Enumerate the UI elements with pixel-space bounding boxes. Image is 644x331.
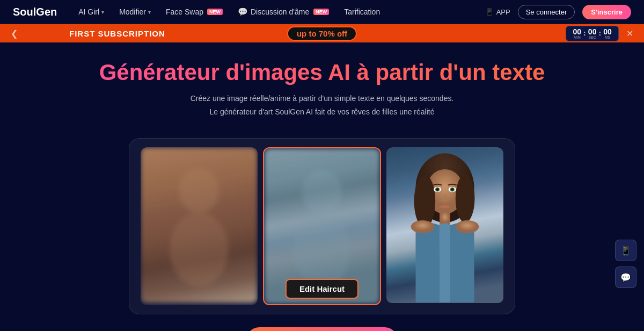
svg-point-2 [302,170,342,214]
float-chat-button[interactable]: 💬 [615,267,636,288]
svg-point-0 [179,168,219,213]
hero-section: Générateur d'images AI à partir d'un tex… [0,42,644,127]
svg-point-6 [414,175,436,228]
nav-item-tarification[interactable]: Tarification [344,8,380,16]
hero-title: Générateur d'images AI à partir d'un tex… [11,60,633,85]
nav-item-discussion[interactable]: 💬 Discussion d'âme NEW [238,7,329,17]
svg-point-1 [170,212,229,287]
countdown-timer: 00 Min : 00 Sec : 00 MS [566,26,619,41]
timer-minutes: 00 Min [572,28,582,39]
banner-discount: 70% off [319,29,347,38]
mobile-icon: 📱 [620,246,631,256]
banner-offer: up to 70% off [287,26,357,41]
badge-new: NEW [313,9,329,15]
svg-point-13 [451,189,453,191]
login-button[interactable]: Se connecter [518,5,575,19]
promo-banner: ❮ FIRST SUBSCRIPTION up to 70% off 00 Mi… [0,24,644,42]
svg-point-10 [436,189,439,191]
svg-point-7 [456,175,475,222]
timer-ms: 00 MS [602,28,613,39]
chevron-down-icon: ▾ [148,9,151,15]
chevron-down-icon: ▾ [101,9,104,15]
chat-icon: 💬 [620,272,631,283]
nav-item-modifier[interactable]: Modifier ▾ [119,8,151,16]
banner-subscription-text: FIRST SUBSCRIPTION [69,29,165,38]
card-action-label[interactable]: Edit Haircut [286,279,358,299]
hero-subtitle: Créez une image réelle/anime à partir d'… [11,92,633,119]
cta-section: Essayez-le maintenant → [0,327,644,331]
svg-point-3 [293,213,351,287]
timer-seconds: 00 Sec [587,28,598,39]
nav-links: AI Girl ▾ Modifier ▾ Face Swap NEW 💬 Dis… [78,7,485,17]
banner-close-button[interactable]: ✕ [626,28,633,39]
card-right [386,147,503,305]
nav-right: 📱 APP Se connecter S'inscrire [485,5,631,19]
badge-new: NEW [207,9,223,15]
svg-rect-14 [440,212,450,226]
nav-item-face-swap[interactable]: Face Swap NEW [166,8,223,16]
float-app-button[interactable]: 📱 [615,240,636,261]
navbar: SoulGen AI Girl ▾ Modifier ▾ Face Swap N… [0,0,644,24]
svg-point-15 [411,220,435,233]
card-middle: Edit Haircut [263,147,381,305]
discussion-emoji: 💬 [238,7,248,17]
card-image-left [141,147,258,303]
phone-icon: 📱 [485,8,494,16]
timer-separator: : [599,29,601,37]
svg-point-16 [456,220,479,233]
image-cards-container: Edit Haircut [129,138,515,314]
floating-action-buttons: 📱 💬 [615,240,636,288]
try-now-button[interactable]: Essayez-le maintenant → [246,327,398,331]
nav-item-ai-girl[interactable]: AI Girl ▾ [78,8,104,16]
signup-button[interactable]: S'inscrire [582,5,631,19]
logo[interactable]: SoulGen [13,6,57,18]
card-left [141,147,258,305]
nav-app-link[interactable]: 📱 APP [485,8,510,16]
timer-separator: : [583,29,586,37]
banner-prev-arrow[interactable]: ❮ [11,28,18,39]
card-image-right [386,147,503,303]
